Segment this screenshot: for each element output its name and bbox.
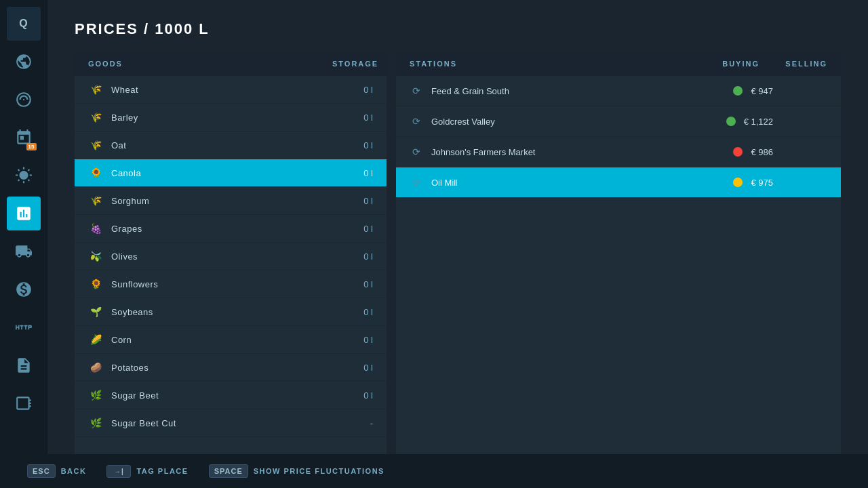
goods-storage: - [346,418,373,428]
goods-name: Sorghum [111,196,346,206]
goods-name: Barley [111,113,346,123]
goods-name: Olives [111,251,346,262]
goods-name: Sugar Beet Cut [111,418,346,428]
col-storage-label: STORAGE [332,60,373,68]
goods-storage: 0 l [346,140,373,150]
sidebar-item-contracts[interactable] [7,348,41,382]
sidebar-item-q[interactable]: Q [7,7,41,41]
goods-row[interactable]: 🌽 Corn 0 l [75,326,387,354]
goods-icon-sugarbeet: 🌿 [88,388,103,403]
goods-icon-sunflowers: 🌻 [88,277,103,291]
goods-icon-soybeans: 🌱 [88,304,103,319]
tag-key: →| [106,465,131,478]
show-fluctuations-button[interactable]: SPACE SHOW PRICE FLUCTUATIONS [209,464,384,478]
goods-row[interactable]: 🍇 Grapes 0 l [75,215,387,243]
panels-container: GOODS STORAGE 🌾 Wheat 0 l 🌾 Barley 0 l 🌾… [75,52,841,474]
goods-name: Sunflowers [111,279,346,289]
station-row[interactable]: ⟳ Feed & Grain South € 947 [396,76,841,106]
goods-row[interactable]: 🌾 Barley 0 l [75,104,387,131]
station-row[interactable]: ⟳ Oil Mill € 975 [396,167,841,198]
goods-icon-grapes: 🍇 [88,221,103,236]
goods-row[interactable]: 🌿 Sugar Beet Cut - [75,409,387,437]
goods-row[interactable]: 🌾 Oat 0 l [75,131,387,159]
goods-storage: 0 l [346,168,373,178]
status-dot [733,86,743,96]
goods-name: Potatoes [111,363,346,373]
goods-name: Wheat [111,85,346,95]
station-buying-price: € 986 [705,147,773,157]
stations-panel: STATIONS BUYING SELLING ⟳ Feed & Grain S… [396,52,841,474]
goods-storage: 0 l [346,196,373,206]
station-buying-price: € 975 [705,178,773,188]
station-row[interactable]: ⟳ Johnson's Farmers Market € 986 [396,137,841,167]
fluctuations-label: SHOW PRICE FLUCTUATIONS [254,467,384,475]
goods-icon-wheat: 🌾 [88,82,103,97]
goods-row[interactable]: 🌾 Sorghum 0 l [75,187,387,215]
goods-storage: 0 l [346,224,373,234]
goods-row[interactable]: 🌻 Canola 0 l [75,159,387,187]
page-title: PRICES / 1000 L [75,20,841,38]
sidebar-item-steering[interactable] [7,83,41,117]
sidebar-item-money[interactable] [7,272,41,306]
goods-name: Sugar Beet [111,390,346,401]
esc-back-button[interactable]: ESC BACK [27,464,86,478]
goods-row[interactable]: 🥔 Potatoes 0 l [75,354,387,382]
goods-storage: 0 l [346,390,373,401]
goods-storage: 0 l [346,113,373,123]
tag-place-button[interactable]: →| TAG PLACE [106,465,188,478]
status-dot [733,147,743,157]
sidebar-item-stats[interactable] [7,197,41,230]
tag-place-label: TAG PLACE [136,467,188,475]
goods-storage: 0 l [346,251,373,262]
sidebar-item-tractor[interactable] [7,235,41,268]
sidebar-item-production[interactable] [7,386,41,420]
status-dot [733,178,743,187]
col-station-label: STATIONS [410,60,678,68]
station-name: Goldcrest Valley [431,117,705,127]
bottom-bar: ESC BACK →| TAG PLACE SPACE SHOW PRICE F… [0,454,868,488]
station-name: Johnson's Farmers Market [431,147,705,157]
station-icon: ⟳ [410,145,423,159]
esc-key: ESC [27,464,56,478]
goods-icon-potatoes: 🥔 [88,360,103,375]
stations-list: ⟳ Feed & Grain South € 947 ⟳ Goldcrest V… [396,76,841,474]
sidebar-item-animals[interactable] [7,310,41,344]
space-key: SPACE [209,464,248,478]
goods-row[interactable]: 🌾 Wheat 0 l [75,76,387,104]
goods-row[interactable]: 🌻 Sunflowers 0 l [75,270,387,298]
goods-storage: 0 l [346,335,373,345]
station-buying-price: € 947 [705,86,773,96]
col-selling-label: SELLING [760,60,827,68]
goods-icon-olives: 🫒 [88,249,103,264]
goods-storage: 0 l [346,85,373,95]
col-buying-label: BUYING [678,60,760,68]
goods-icon-oat: 🌾 [88,138,103,152]
goods-icon-sugarbeet: 🌿 [88,415,103,430]
back-label: BACK [61,467,87,475]
goods-row[interactable]: 🌿 Sugar Beet 0 l [75,382,387,409]
station-row[interactable]: ⟳ Goldcrest Valley € 1,122 [396,106,841,137]
station-name: Feed & Grain South [431,86,705,96]
goods-name: Canola [111,168,346,178]
main-content: PRICES / 1000 L GOODS STORAGE 🌾 Wheat 0 … [47,0,868,488]
station-name: Oil Mill [431,178,705,188]
goods-row[interactable]: 🫒 Olives 0 l [75,243,387,270]
goods-name: Soybeans [111,307,346,317]
station-buying-price: € 1,122 [705,117,773,127]
goods-storage: 0 l [346,307,373,317]
goods-name: Oat [111,140,346,150]
goods-icon-corn: 🌽 [88,332,103,347]
sidebar-item-weather[interactable] [7,159,41,192]
goods-name: Corn [111,335,346,345]
sidebar-item-calendar[interactable]: 15 [7,121,41,155]
goods-icon-sorghum: 🌾 [88,193,103,208]
goods-row[interactable]: 🌱 Soybeans 0 l [75,298,387,326]
goods-panel: GOODS STORAGE 🌾 Wheat 0 l 🌾 Barley 0 l 🌾… [75,52,387,474]
station-icon: ⟳ [410,176,423,189]
goods-name: Grapes [111,224,346,234]
status-dot [726,117,736,126]
sidebar-item-globe[interactable] [7,45,41,79]
sidebar: Q 15 E [0,0,47,488]
col-goods-label: GOODS [88,60,332,68]
station-icon: ⟳ [410,84,423,98]
